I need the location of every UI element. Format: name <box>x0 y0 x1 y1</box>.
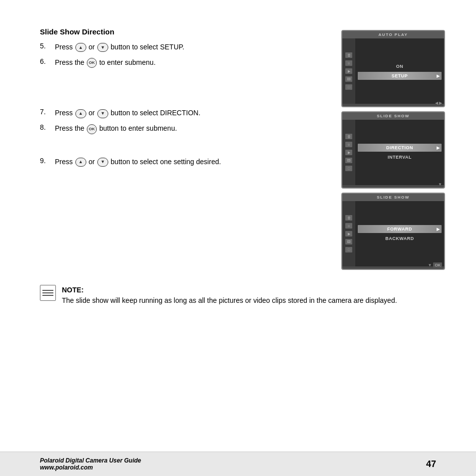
screen-slide-show-1: SLIDE SHOW 🗑 ☺ ▶ 🖼 □ DIRECTION INTERVAL … <box>341 111 445 189</box>
screen-3-item-backward: BACKWARD <box>358 235 442 242</box>
footer-left: Polaroid Digital Camera User Guide www.p… <box>40 457 141 471</box>
step-9-text: Press ▲ or ▼ button to select one settin… <box>55 157 221 167</box>
sidebar-icon-face: ☺ <box>345 60 352 66</box>
note-icon <box>40 285 56 301</box>
step-7-text: Press ▲ or ▼ button to select DIRECTION. <box>55 108 201 118</box>
note-body: The slide show will keep running as long… <box>62 296 397 304</box>
sidebar-icon-cam: ▶ <box>345 68 352 74</box>
sidebar-icon-print-2: 🖼 <box>345 158 352 163</box>
step-9-number: 9. <box>40 157 55 165</box>
sidebar-icon-display: □ <box>345 84 352 90</box>
step-8-number: 8. <box>40 123 55 131</box>
ok-label: OK <box>433 262 442 268</box>
sidebar-icon-cam-2: ▶ <box>345 150 352 155</box>
up-button-icon-2[interactable]: ▲ <box>75 109 86 118</box>
step-5: 5. Press ▲ or ▼ button to select SETUP. <box>40 42 326 52</box>
section-title: Slide Show Direction <box>40 27 326 36</box>
step-8: 8. Press the OK button to enter submenu. <box>40 123 326 134</box>
screen-2-sidebar: 🗑 ☺ ▶ 🖼 □ <box>342 120 355 185</box>
sidebar-icon-trash-3: 🗑 <box>345 215 352 221</box>
step-5-number: 5. <box>40 42 55 50</box>
screen-2-nav: ▼ <box>438 182 442 187</box>
screen-3-main: FORWARD BACKWARD <box>355 201 444 266</box>
screen-1-header: AUTO PLAY <box>342 31 444 38</box>
sidebar-icon-display-2: □ <box>345 166 352 171</box>
sidebar-icon-cam-3: ▶ <box>345 231 352 237</box>
screen-1-body: 🗑 ☺ ▶ 🖼 □ ON SETUP <box>342 38 444 104</box>
footer-url: www.polaroid.com <box>40 464 141 471</box>
screen-auto-play: AUTO PLAY 🗑 ☺ ▶ 🖼 □ ON SETUP ◀ ▶ <box>341 30 445 107</box>
note-text: NOTE: The slide show will keep running a… <box>62 285 397 306</box>
down-button-icon-2[interactable]: ▼ <box>97 109 108 118</box>
up-button-icon[interactable]: ▲ <box>75 43 86 52</box>
screen-3-item-forward: FORWARD <box>358 225 442 233</box>
main-content: Slide Show Direction 5. Press ▲ or ▼ but… <box>0 0 476 270</box>
screen-1-item-on: ON <box>358 62 442 70</box>
screen-2-item-direction: DIRECTION <box>358 144 442 152</box>
step-7-number: 7. <box>40 108 55 116</box>
step-6: 6. Press the OK to enter submenu. <box>40 57 326 68</box>
screen-1-arrows: ◀ ▶ <box>435 101 442 105</box>
screen-1-nav: ◀ ▶ <box>435 101 442 105</box>
sidebar-icon-print-3: 🖼 <box>345 239 352 244</box>
note-title: NOTE: <box>62 286 84 294</box>
note-line-1 <box>42 290 53 291</box>
screen-3-body: 🗑 ☺ ▶ 🖼 □ FORWARD BACKWARD <box>342 201 444 266</box>
footer: Polaroid Digital Camera User Guide www.p… <box>0 452 476 476</box>
sidebar-icon-print: 🖼 <box>345 76 352 82</box>
sidebar-icon-face-3: ☺ <box>345 223 352 229</box>
screen-2-arrows: ▼ <box>438 182 442 187</box>
up-button-icon-3[interactable]: ▲ <box>75 158 86 167</box>
screen-2-header: SLIDE SHOW <box>342 112 444 120</box>
note-line-2 <box>42 292 53 293</box>
screen-1-main: ON SETUP <box>355 38 444 104</box>
screen-3-sidebar: 🗑 ☺ ▶ 🖼 □ <box>342 201 355 266</box>
down-button-icon[interactable]: ▼ <box>97 43 108 52</box>
note-section: NOTE: The slide show will keep running a… <box>0 275 476 306</box>
step-6-text: Press the OK to enter submenu. <box>55 57 156 68</box>
footer-page: 47 <box>426 459 436 470</box>
sidebar-icon-trash-2: 🗑 <box>345 134 352 139</box>
screen-slide-show-2: SLIDE SHOW 🗑 ☺ ▶ 🖼 □ FORWARD BACKWARD ▼ … <box>341 193 445 270</box>
note-line-3 <box>42 295 53 296</box>
down-button-icon-3[interactable]: ▼ <box>97 158 108 167</box>
sidebar-icon-face-2: ☺ <box>345 142 352 147</box>
screen-3-header: SLIDE SHOW <box>342 194 444 201</box>
step-7: 7. Press ▲ or ▼ button to select DIRECTI… <box>40 108 326 118</box>
screen-1-sidebar: 🗑 ☺ ▶ 🖼 □ <box>342 38 355 104</box>
footer-title: Polaroid Digital Camera User Guide <box>40 457 141 464</box>
text-column: Slide Show Direction 5. Press ▲ or ▼ but… <box>40 27 331 270</box>
step-8-text: Press the OK button to enter submenu. <box>55 123 177 134</box>
screen-2-body: 🗑 ☺ ▶ 🖼 □ DIRECTION INTERVAL <box>342 120 444 185</box>
screen-1-item-setup: SETUP <box>358 72 442 80</box>
step-9: 9. Press ▲ or ▼ button to select one set… <box>40 157 326 167</box>
screens-column: AUTO PLAY 🗑 ☺ ▶ 🖼 □ ON SETUP ◀ ▶ S <box>341 27 446 270</box>
screen-3-nav: ▼ OK <box>428 262 442 268</box>
sidebar-icon-display-3: □ <box>345 247 352 252</box>
screen-3-arrows: ▼ <box>428 263 432 267</box>
screen-2-item-interval: INTERVAL <box>358 153 442 161</box>
sidebar-icon-trash: 🗑 <box>345 52 352 58</box>
ok-button-icon[interactable]: OK <box>87 58 97 68</box>
screen-2-main: DIRECTION INTERVAL <box>355 120 444 185</box>
ok-button-icon-2[interactable]: OK <box>87 124 97 134</box>
step-5-text: Press ▲ or ▼ button to select SETUP. <box>55 42 184 52</box>
step-6-number: 6. <box>40 57 55 65</box>
